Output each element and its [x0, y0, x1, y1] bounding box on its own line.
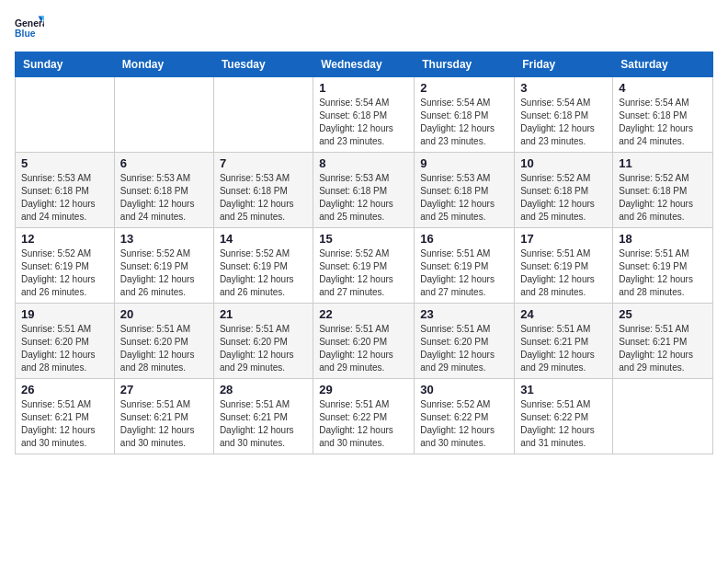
day-number: 5 [21, 156, 108, 170]
day-info: Sunrise: 5:51 AMSunset: 6:21 PMDaylight:… [21, 398, 108, 450]
day-of-week-header: Monday [114, 52, 213, 77]
day-info: Sunrise: 5:51 AMSunset: 6:19 PMDaylight:… [420, 247, 508, 299]
day-info: Sunrise: 5:52 AMSunset: 6:19 PMDaylight:… [220, 247, 307, 299]
day-info: Sunrise: 5:51 AMSunset: 6:21 PMDaylight:… [619, 323, 707, 374]
calendar-cell: 28Sunrise: 5:51 AMSunset: 6:21 PMDayligh… [213, 379, 313, 454]
day-info: Sunrise: 5:52 AMSunset: 6:19 PMDaylight:… [21, 247, 108, 299]
calendar-cell: 4Sunrise: 5:54 AMSunset: 6:18 PMDaylight… [613, 77, 713, 153]
logo: General Blue [15, 15, 44, 40]
calendar-week-row: 19Sunrise: 5:51 AMSunset: 6:20 PMDayligh… [16, 304, 713, 379]
day-number: 13 [120, 232, 208, 246]
day-of-week-header: Wednesday [313, 52, 415, 77]
day-info: Sunrise: 5:51 AMSunset: 6:20 PMDaylight:… [420, 323, 508, 374]
day-info: Sunrise: 5:54 AMSunset: 6:18 PMDaylight:… [420, 97, 508, 148]
calendar-cell [114, 77, 213, 153]
calendar-cell: 23Sunrise: 5:51 AMSunset: 6:20 PMDayligh… [415, 304, 515, 379]
day-number: 7 [220, 156, 307, 170]
day-of-week-header: Saturday [613, 52, 713, 77]
day-number: 16 [420, 232, 508, 246]
day-info: Sunrise: 5:52 AMSunset: 6:18 PMDaylight:… [619, 172, 707, 224]
day-info: Sunrise: 5:53 AMSunset: 6:18 PMDaylight:… [120, 172, 208, 224]
svg-text:General: General [15, 18, 44, 29]
calendar-table: SundayMondayTuesdayWednesdayThursdayFrid… [15, 52, 713, 454]
calendar-cell: 10Sunrise: 5:52 AMSunset: 6:18 PMDayligh… [515, 153, 613, 228]
day-number: 29 [319, 383, 408, 396]
calendar-cell: 31Sunrise: 5:51 AMSunset: 6:22 PMDayligh… [515, 379, 613, 454]
calendar-cell: 5Sunrise: 5:53 AMSunset: 6:18 PMDaylight… [16, 153, 115, 228]
day-number: 2 [420, 81, 508, 95]
day-info: Sunrise: 5:52 AMSunset: 6:18 PMDaylight:… [520, 172, 607, 224]
svg-text:Blue: Blue [15, 29, 36, 39]
calendar-cell: 2Sunrise: 5:54 AMSunset: 6:18 PMDaylight… [415, 77, 515, 153]
calendar-cell: 1Sunrise: 5:54 AMSunset: 6:18 PMDaylight… [313, 77, 415, 153]
calendar-cell: 29Sunrise: 5:51 AMSunset: 6:22 PMDayligh… [313, 379, 415, 454]
day-number: 20 [120, 307, 208, 321]
calendar-cell: 22Sunrise: 5:51 AMSunset: 6:20 PMDayligh… [313, 304, 415, 379]
calendar-cell [613, 379, 713, 454]
day-info: Sunrise: 5:51 AMSunset: 6:21 PMDaylight:… [120, 398, 208, 450]
day-info: Sunrise: 5:51 AMSunset: 6:21 PMDaylight:… [520, 323, 607, 374]
day-of-week-header: Friday [515, 52, 613, 77]
day-number: 26 [21, 383, 108, 396]
day-number: 18 [619, 232, 707, 246]
day-number: 1 [319, 81, 408, 95]
day-number: 15 [319, 232, 408, 246]
day-number: 10 [520, 156, 607, 170]
day-number: 12 [21, 232, 108, 246]
calendar-cell: 14Sunrise: 5:52 AMSunset: 6:19 PMDayligh… [213, 228, 313, 304]
day-info: Sunrise: 5:52 AMSunset: 6:19 PMDaylight:… [319, 247, 408, 299]
calendar-cell: 24Sunrise: 5:51 AMSunset: 6:21 PMDayligh… [515, 304, 613, 379]
calendar-cell: 20Sunrise: 5:51 AMSunset: 6:20 PMDayligh… [114, 304, 213, 379]
day-number: 19 [21, 307, 108, 321]
day-info: Sunrise: 5:51 AMSunset: 6:21 PMDaylight:… [220, 398, 307, 450]
day-info: Sunrise: 5:52 AMSunset: 6:19 PMDaylight:… [120, 247, 208, 299]
day-info: Sunrise: 5:52 AMSunset: 6:22 PMDaylight:… [420, 398, 508, 450]
calendar-cell: 11Sunrise: 5:52 AMSunset: 6:18 PMDayligh… [613, 153, 713, 228]
day-info: Sunrise: 5:51 AMSunset: 6:20 PMDaylight:… [220, 323, 307, 374]
logo-icon: General Blue [15, 15, 44, 40]
calendar-cell: 16Sunrise: 5:51 AMSunset: 6:19 PMDayligh… [415, 228, 515, 304]
day-info: Sunrise: 5:53 AMSunset: 6:18 PMDaylight:… [220, 172, 307, 224]
calendar-cell: 8Sunrise: 5:53 AMSunset: 6:18 PMDaylight… [313, 153, 415, 228]
day-number: 9 [420, 156, 508, 170]
day-number: 31 [520, 383, 607, 396]
day-number: 6 [120, 156, 208, 170]
day-number: 28 [220, 383, 307, 396]
calendar-cell: 3Sunrise: 5:54 AMSunset: 6:18 PMDaylight… [515, 77, 613, 153]
calendar-cell: 6Sunrise: 5:53 AMSunset: 6:18 PMDaylight… [114, 153, 213, 228]
day-number: 22 [319, 307, 408, 321]
page-header: General Blue [15, 15, 713, 40]
day-info: Sunrise: 5:51 AMSunset: 6:20 PMDaylight:… [120, 323, 208, 374]
day-info: Sunrise: 5:54 AMSunset: 6:18 PMDaylight:… [520, 97, 607, 148]
calendar-cell [213, 77, 313, 153]
calendar-header-row: SundayMondayTuesdayWednesdayThursdayFrid… [16, 52, 713, 77]
day-info: Sunrise: 5:53 AMSunset: 6:18 PMDaylight:… [21, 172, 108, 224]
day-of-week-header: Tuesday [213, 52, 313, 77]
calendar-cell: 15Sunrise: 5:52 AMSunset: 6:19 PMDayligh… [313, 228, 415, 304]
calendar-cell: 17Sunrise: 5:51 AMSunset: 6:19 PMDayligh… [515, 228, 613, 304]
calendar-cell: 13Sunrise: 5:52 AMSunset: 6:19 PMDayligh… [114, 228, 213, 304]
day-info: Sunrise: 5:51 AMSunset: 6:20 PMDaylight:… [21, 323, 108, 374]
calendar-week-row: 5Sunrise: 5:53 AMSunset: 6:18 PMDaylight… [16, 153, 713, 228]
day-info: Sunrise: 5:51 AMSunset: 6:19 PMDaylight:… [619, 247, 707, 299]
day-number: 23 [420, 307, 508, 321]
day-number: 17 [520, 232, 607, 246]
calendar-cell [16, 77, 115, 153]
calendar-cell: 7Sunrise: 5:53 AMSunset: 6:18 PMDaylight… [213, 153, 313, 228]
day-info: Sunrise: 5:51 AMSunset: 6:19 PMDaylight:… [520, 247, 607, 299]
calendar-cell: 21Sunrise: 5:51 AMSunset: 6:20 PMDayligh… [213, 304, 313, 379]
calendar-cell: 12Sunrise: 5:52 AMSunset: 6:19 PMDayligh… [16, 228, 115, 304]
day-number: 21 [220, 307, 307, 321]
calendar-cell: 19Sunrise: 5:51 AMSunset: 6:20 PMDayligh… [16, 304, 115, 379]
day-number: 11 [619, 156, 707, 170]
calendar-cell: 9Sunrise: 5:53 AMSunset: 6:18 PMDaylight… [415, 153, 515, 228]
day-info: Sunrise: 5:51 AMSunset: 6:20 PMDaylight:… [319, 323, 408, 374]
day-number: 25 [619, 307, 707, 321]
day-number: 3 [520, 81, 607, 95]
day-number: 24 [520, 307, 607, 321]
day-info: Sunrise: 5:53 AMSunset: 6:18 PMDaylight:… [420, 172, 508, 224]
day-number: 14 [220, 232, 307, 246]
day-of-week-header: Sunday [16, 52, 115, 77]
calendar-cell: 26Sunrise: 5:51 AMSunset: 6:21 PMDayligh… [16, 379, 115, 454]
day-info: Sunrise: 5:51 AMSunset: 6:22 PMDaylight:… [520, 398, 607, 450]
